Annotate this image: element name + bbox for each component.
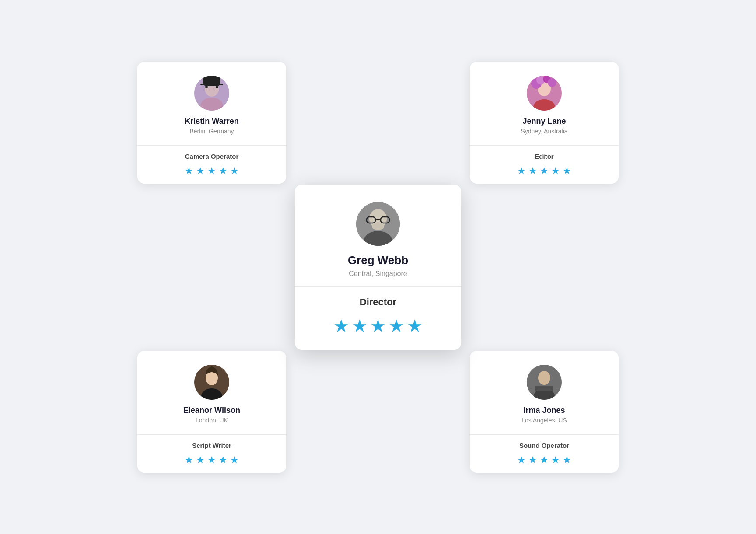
star-3: ★ [370,316,386,336]
star-1: ★ [517,454,526,466]
location-jenny: Sydney, Australia [521,128,567,135]
role-greg: Director [360,297,396,308]
card-kristin-warren[interactable]: Kristin Warren Berlin, Germany Camera Op… [137,62,286,184]
card-eleanor-wilson[interactable]: Eleanor Wilson London, UK Script Writer … [137,351,286,473]
star-3: ★ [540,454,549,466]
star-2: ★ [196,165,205,177]
location-irma: Los Angeles, US [522,417,567,424]
svg-point-27 [372,223,384,230]
avatar-greg [356,202,400,246]
avatar-kristin [194,76,229,111]
name-kristin: Kristin Warren [185,117,238,126]
star-3: ★ [540,165,549,177]
stars-greg: ★ ★ ★ ★ ★ [333,316,423,336]
location-eleanor: London, UK [196,417,228,424]
location-kristin: Berlin, Germany [189,128,234,135]
star-1: ★ [185,165,193,177]
card-greg-webb[interactable]: Greg Webb Central, Singapore Director ★ … [295,185,461,350]
avatar-jenny [527,76,562,111]
star-4: ★ [388,316,404,336]
star-4: ★ [219,454,228,466]
location-greg: Central, Singapore [349,270,407,278]
star-4: ★ [219,165,228,177]
svg-rect-20 [536,386,553,391]
stars-eleanor: ★ ★ ★ ★ ★ [185,454,239,466]
name-eleanor: Eleanor Wilson [183,406,240,415]
avatar-irma [527,365,562,400]
star-5: ★ [230,165,239,177]
name-jenny: Jenny Lane [522,117,566,126]
role-jenny: Editor [535,153,553,160]
star-2: ★ [352,316,368,336]
star-1: ★ [185,454,193,466]
star-5: ★ [563,165,571,177]
stars-kristin: ★ ★ ★ ★ ★ [185,165,239,177]
star-2: ★ [528,454,537,466]
star-5: ★ [230,454,239,466]
star-2: ★ [528,165,537,177]
star-4: ★ [551,165,560,177]
star-1: ★ [333,316,349,336]
stars-irma: ★ ★ ★ ★ ★ [517,454,571,466]
avatar-eleanor [194,365,229,400]
role-irma: Sound Operator [519,442,569,449]
role-eleanor: Script Writer [192,442,231,449]
stars-jenny: ★ ★ ★ ★ ★ [517,165,571,177]
star-2: ★ [196,454,205,466]
card-jenny-lane[interactable]: Jenny Lane Sydney, Australia Editor ★ ★ … [470,62,619,184]
card-irma-jones[interactable]: Irma Jones Los Angeles, US Sound Operato… [470,351,619,473]
star-5: ★ [563,454,571,466]
star-3: ★ [207,165,216,177]
star-3: ★ [207,454,216,466]
role-kristin: Camera Operator [185,153,239,160]
name-greg: Greg Webb [348,254,408,267]
star-4: ★ [551,454,560,466]
svg-rect-6 [200,84,223,85]
star-1: ★ [517,165,526,177]
star-5: ★ [407,316,423,336]
profile-cards-scene: Kristin Warren Berlin, Germany Camera Op… [137,53,619,482]
svg-point-18 [538,371,550,385]
svg-point-4 [205,86,208,88]
svg-point-5 [216,86,218,88]
svg-point-13 [548,78,556,87]
name-irma: Irma Jones [523,406,565,415]
